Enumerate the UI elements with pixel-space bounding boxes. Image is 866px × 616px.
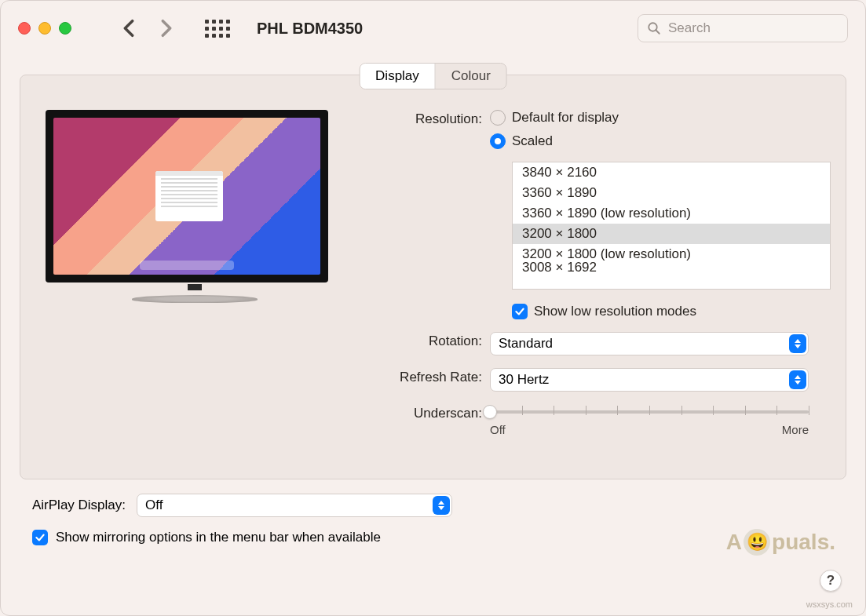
show-low-res-checkbox[interactable]	[512, 304, 528, 319]
show-all-prefs-button[interactable]	[205, 20, 230, 38]
airplay-select[interactable]: Off	[137, 494, 452, 517]
help-button[interactable]: ?	[820, 570, 842, 592]
resolution-option[interactable]: 3360 × 1890	[513, 183, 830, 203]
resolution-option[interactable]: 3840 × 2160	[513, 162, 830, 183]
resolution-label: Resolution:	[364, 110, 482, 127]
resolution-option[interactable]: 3360 × 1890 (low resolution)	[513, 203, 830, 224]
source-note: wsxsys.com	[806, 600, 853, 609]
bottom-section: AirPlay Display: Off Show mirroring opti…	[1, 489, 865, 553]
underscan-more-label: More	[782, 423, 809, 436]
radio-scaled-label: Scaled	[512, 133, 553, 149]
radio-scaled-row[interactable]: Scaled	[490, 133, 831, 149]
refresh-select[interactable]: 30 Hertz	[490, 368, 809, 392]
search-wrap	[638, 14, 848, 42]
radio-default-label: Default for display	[512, 110, 619, 126]
mirroring-checkbox[interactable]	[32, 530, 48, 545]
resolution-list[interactable]: 3840 × 2160 3360 × 1890 3360 × 1890 (low…	[512, 162, 831, 290]
mini-window	[155, 171, 223, 221]
rotation-select[interactable]: Standard	[490, 332, 809, 355]
search-input[interactable]	[638, 14, 848, 42]
underscan-label: Underscan:	[364, 404, 482, 421]
nav-arrows	[123, 19, 172, 38]
back-button[interactable]	[123, 19, 134, 38]
display-panel: Display Colour	[20, 75, 846, 479]
window-title: PHL BDM4350	[257, 20, 363, 38]
resolution-option-selected[interactable]: 3200 × 1800	[513, 224, 830, 244]
dock-icon	[140, 261, 234, 270]
zoom-window-button[interactable]	[59, 22, 71, 35]
forward-button[interactable]	[161, 19, 172, 38]
airplay-label: AirPlay Display:	[32, 498, 126, 513]
mirroring-row[interactable]: Show mirroring options in the menu bar w…	[32, 530, 846, 545]
radio-default-row[interactable]: Default for display	[490, 110, 831, 126]
rotation-value: Standard	[499, 336, 553, 352]
monitor-stand	[140, 284, 250, 303]
underscan-off-label: Off	[490, 423, 506, 436]
resolution-radio-group: Default for display Scaled 3840 × 2160 3…	[490, 110, 831, 319]
svg-line-1	[656, 30, 660, 34]
traffic-lights	[18, 22, 71, 35]
rotation-label: Rotation:	[364, 332, 482, 349]
monitor-frame	[46, 110, 328, 282]
display-tabs: Display Colour	[359, 63, 507, 89]
search-icon	[647, 21, 661, 35]
settings-form: Resolution: Default for display Scaled 3…	[364, 110, 831, 436]
airplay-value: Off	[145, 498, 163, 513]
close-window-button[interactable]	[18, 22, 31, 35]
mirroring-label: Show mirroring options in the menu bar w…	[56, 530, 381, 545]
stepper-icon	[789, 334, 806, 353]
minimize-window-button[interactable]	[38, 22, 51, 35]
check-icon	[35, 532, 46, 543]
stepper-icon	[789, 370, 806, 389]
show-low-res-row[interactable]: Show low resolution modes	[512, 304, 831, 319]
resolution-option[interactable]: 3008 × 1692	[513, 260, 830, 272]
slider-knob[interactable]	[483, 405, 497, 419]
stepper-icon	[433, 496, 450, 515]
monitor-preview	[46, 110, 344, 436]
radio-default[interactable]	[490, 110, 506, 126]
tab-colour[interactable]: Colour	[436, 64, 506, 89]
refresh-label: Refresh Rate:	[364, 368, 482, 385]
airplay-row: AirPlay Display: Off	[32, 494, 846, 517]
radio-scaled[interactable]	[490, 133, 506, 149]
show-low-res-label: Show low resolution modes	[534, 304, 696, 319]
monitor-screen	[53, 118, 320, 275]
refresh-value: 30 Hertz	[499, 372, 549, 388]
underscan-slider[interactable]: Off More	[490, 404, 809, 436]
check-icon	[514, 306, 525, 317]
tab-display[interactable]: Display	[360, 64, 436, 89]
window-toolbar: PHL BDM4350	[1, 1, 865, 56]
